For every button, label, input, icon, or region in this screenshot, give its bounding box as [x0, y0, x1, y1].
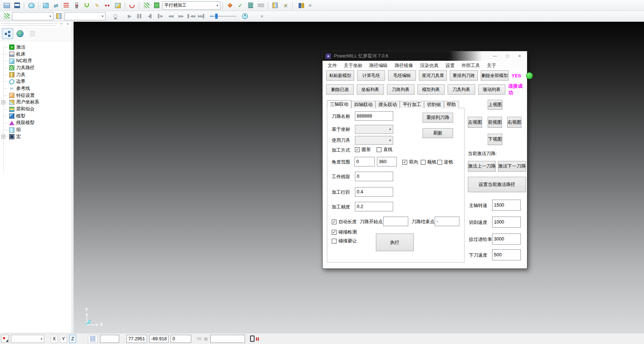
pause-output-icon[interactable]: [250, 336, 255, 342]
sim-tool-combo[interactable]: ▾: [64, 12, 106, 20]
save-project-button[interactable]: [12, 1, 22, 10]
status-message-field[interactable]: [210, 335, 245, 343]
explorer-trash-tab[interactable]: [27, 28, 38, 39]
drive-list-button[interactable]: 驱动列表: [478, 84, 506, 95]
step-back-button[interactable]: ◀▌: [145, 12, 155, 21]
tool-database-button[interactable]: [295, 1, 305, 10]
play-button[interactable]: ▶: [125, 12, 134, 21]
conventional-mill-checkbox[interactable]: 逆铣: [437, 159, 453, 165]
view-left-button[interactable]: 左视图: [468, 117, 482, 128]
stock-remain-input[interactable]: [355, 172, 393, 181]
menu-settings[interactable]: 设置: [445, 63, 455, 69]
menu-coords[interactable]: 关于坐标: [344, 63, 362, 69]
cutting-speed-input[interactable]: [492, 217, 521, 228]
sim-toolpath-combo[interactable]: ▾: [12, 12, 53, 20]
delete-selected-button[interactable]: 删除已选: [326, 84, 354, 95]
sim-toolpath-button[interactable]: [2, 12, 11, 21]
go-to-end-button[interactable]: ▶▶▌: [197, 12, 206, 21]
fast-forward-button[interactable]: ▶▶: [176, 12, 186, 21]
menu-path-edit[interactable]: 路径编辑: [369, 63, 388, 69]
tree-item-stock-models[interactable]: 残留模型: [0, 120, 71, 127]
panel-close-button[interactable]: ×: [65, 22, 70, 27]
toolbar-close-button[interactable]: ×: [305, 1, 315, 10]
status-combo[interactable]: ▾: [11, 335, 44, 343]
minimize-button[interactable]: —: [493, 53, 497, 59]
stepover-input[interactable]: [355, 187, 393, 197]
boundary-button[interactable]: [92, 1, 102, 10]
angle-from-input[interactable]: [355, 157, 375, 166]
grid-toggle-button[interactable]: [88, 335, 98, 343]
status-empty-field[interactable]: [100, 335, 119, 343]
active-strategy-combo[interactable]: 平行精加工 ▾: [162, 1, 220, 10]
tool-contact-button[interactable]: [127, 1, 137, 10]
collision-check-checkbox[interactable]: 碰撞检测: [332, 229, 357, 235]
tool-button[interactable]: [72, 1, 81, 10]
tree-item-patterns[interactable]: 参考线: [0, 85, 71, 92]
explorer-world-tab[interactable]: [14, 28, 26, 39]
verify-button[interactable]: [235, 1, 245, 10]
tree-item-groups[interactable]: 组: [0, 126, 71, 133]
slider-handle[interactable]: [215, 14, 218, 19]
climb-mill-checkbox[interactable]: 顺铣: [421, 159, 437, 165]
view-bottom-button[interactable]: 下视图: [488, 134, 502, 145]
block-button[interactable]: [41, 1, 50, 10]
go-to-start-button[interactable]: ▌◀◀: [186, 12, 196, 21]
nc-program-button[interactable]: [61, 1, 71, 10]
close-button[interactable]: ×: [518, 53, 521, 59]
model-list-button[interactable]: 模型列表: [417, 84, 445, 95]
dialog-title-bar[interactable]: PowerMILL 忆梦星河 7.0.6 — □ ×: [323, 51, 527, 61]
tab-4axis[interactable]: 四轴联动: [351, 101, 376, 108]
spindle-speed-input[interactable]: [492, 200, 521, 211]
tree-item-nc-program[interactable]: NC程序: [0, 57, 71, 64]
tab-swivel[interactable]: 摆头联动: [376, 101, 400, 108]
collision-avoid-checkbox[interactable]: 碰撞避让: [332, 238, 357, 244]
delete-all-models-button[interactable]: 删除全部模型: [481, 70, 509, 81]
tree-item-models[interactable]: 模型: [0, 113, 71, 120]
activate-next-toolpath-button[interactable]: 激活下一刀路: [498, 161, 526, 172]
coord-x-field[interactable]: 77.2951: [127, 335, 147, 343]
tab-help[interactable]: 帮助: [444, 101, 459, 108]
sim-toolbar-close-button[interactable]: ×: [257, 12, 267, 21]
tree-item-boundaries[interactable]: 边界: [0, 78, 71, 85]
activate-prev-toolpath-button[interactable]: 激活上一刀路: [468, 161, 496, 172]
start-point-input[interactable]: [383, 217, 408, 226]
tab-parallel[interactable]: 平行加工: [400, 101, 424, 108]
skim-feed-input[interactable]: [492, 234, 521, 245]
auto-length-checkbox[interactable]: 自动长度: [332, 219, 357, 225]
tab-saw[interactable]: 切割锯: [424, 101, 444, 108]
open-project-button[interactable]: [2, 1, 11, 10]
menu-external-tools[interactable]: 外部工具: [462, 63, 480, 69]
tree-item-macros[interactable]: +宏: [0, 133, 71, 140]
measure-button[interactable]: [256, 1, 266, 10]
both-direction-checkbox[interactable]: 双向: [402, 159, 418, 165]
menu-file[interactable]: 文件: [328, 63, 337, 69]
toolpath-strategies-button[interactable]: [51, 1, 61, 10]
menu-about[interactable]: 关于: [487, 63, 496, 69]
view-front-button[interactable]: 前视图: [488, 117, 502, 128]
tolerance-input[interactable]: [355, 202, 393, 211]
expand-icon[interactable]: +: [1, 135, 5, 138]
set-active-path-button[interactable]: 设置当前激活路径: [468, 177, 526, 192]
drag-grip[interactable]: [1, 23, 57, 25]
base-coord-select[interactable]: ▾: [355, 125, 393, 134]
view-top-button[interactable]: 上视图: [488, 100, 502, 110]
sim-clock-button[interactable]: [240, 12, 250, 21]
rearrange-toolpaths-button[interactable]: 重排列刀路: [450, 70, 478, 81]
simulate-toolpath-button[interactable]: [225, 1, 235, 10]
paste-new-model-button[interactable]: 粘贴新模型: [326, 70, 354, 81]
plunge-speed-input[interactable]: [492, 249, 521, 260]
rewind-button[interactable]: ◀◀: [166, 12, 175, 21]
menu-path-mirror[interactable]: 路径镜像: [395, 63, 413, 69]
x-axis-button[interactable]: X: [51, 335, 58, 343]
trim-button[interactable]: [281, 1, 290, 10]
y-axis-button[interactable]: Y: [60, 335, 67, 343]
toolpath-list-button[interactable]: 刀路列表: [387, 84, 414, 95]
coord-z-field[interactable]: 0: [171, 335, 191, 343]
expand-icon[interactable]: +: [1, 101, 5, 104]
use-tool-select[interactable]: ▾: [355, 136, 393, 145]
tree-item-workplanes[interactable]: +用户坐标系: [0, 99, 71, 106]
calculator-button[interactable]: [246, 1, 255, 10]
tool-library-button[interactable]: 星河刀具库: [419, 70, 447, 81]
shading-button[interactable]: [26, 1, 36, 10]
z-axis-button[interactable]: Z: [69, 335, 76, 343]
